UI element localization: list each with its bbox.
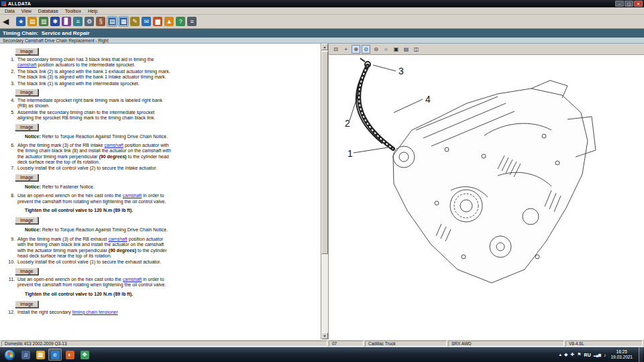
step-number: 2. bbox=[7, 69, 17, 80]
image-print-icon[interactable]: ▤ bbox=[402, 45, 411, 54]
image-button[interactable]: Image bbox=[15, 267, 38, 275]
diagram-view[interactable]: 1 2 3 4 bbox=[329, 55, 644, 339]
zoom-region-icon[interactable]: ⊡ bbox=[331, 45, 340, 54]
hidden-icons-button[interactable]: ▴ bbox=[559, 352, 562, 357]
notice: Notice: Refer to Fastener Notice. bbox=[25, 184, 171, 190]
component-icon[interactable]: ⚙ bbox=[85, 17, 94, 26]
taskbar-apps: ♫▦e◐❖ bbox=[18, 349, 92, 361]
scroll-down-button[interactable]: ▼ bbox=[321, 333, 328, 339]
scrollbar-thumb[interactable] bbox=[321, 51, 328, 254]
messenger-icon[interactable]: ❖ bbox=[78, 349, 91, 361]
menu-data[interactable]: Data bbox=[1, 8, 18, 14]
step-number: 12. bbox=[7, 310, 17, 315]
step-list: 9.Align the timing mark (3) of the RB ex… bbox=[7, 237, 321, 265]
menu-toolbox[interactable]: Toolbox bbox=[62, 8, 85, 14]
image-button[interactable]: Image bbox=[15, 300, 38, 308]
open-folder-icon[interactable]: ▤ bbox=[28, 17, 37, 26]
explorer-folder-icon[interactable]: ▦ bbox=[34, 349, 47, 361]
windows-taskbar: ♫▦e◐❖ ▴ ◆✚⚑ RU ▂▄▆ ♪ 16:25 19.03.2021 bbox=[0, 347, 644, 362]
window-titlebar[interactable]: ALLDATA – ▢ ✕ bbox=[0, 0, 644, 7]
timing-chain-tensioner-link[interactable]: timing chain tensioner bbox=[72, 310, 118, 314]
step-item: 7.Loosely install the oil control valve … bbox=[7, 166, 172, 171]
system-tray: ▴ ◆✚⚑ RU ▂▄▆ ♪ 16:25 19.03.2021 bbox=[559, 347, 643, 362]
step-list: 8.Use an open-end wrench on the hex cast… bbox=[7, 193, 321, 204]
status-code: 07 bbox=[329, 341, 364, 347]
camshaft-link[interactable]: camshaft bbox=[105, 143, 123, 147]
image-button[interactable]: Image bbox=[15, 217, 38, 224]
notice: Notice: Refer to Torque Reaction Against… bbox=[25, 227, 171, 233]
zoom-dynamic-icon[interactable]: ⊙ bbox=[362, 45, 370, 54]
show-desktop-button[interactable] bbox=[639, 347, 643, 362]
image-info-icon[interactable]: ◫ bbox=[412, 45, 421, 54]
menu-database[interactable]: Database bbox=[35, 8, 62, 14]
specs-icon[interactable]: § bbox=[96, 17, 105, 26]
main-toolbar: ◀ ★▤▥✱▊≡⚙§▤▦✎✉▆▲?≡ bbox=[0, 15, 644, 29]
step-item: 4.The intermediate sprocket right bank t… bbox=[7, 98, 172, 109]
step-item: 8.Use an open-end wrench on the hex cast… bbox=[7, 193, 172, 204]
camshaft-link[interactable]: camshaft bbox=[17, 62, 36, 67]
view-article-icon[interactable]: ▤ bbox=[107, 17, 117, 26]
bookmark-icon[interactable]: ★ bbox=[16, 17, 25, 26]
zoom-out-icon[interactable]: ⊖ bbox=[372, 45, 380, 54]
volume-icon[interactable]: ♪ bbox=[604, 353, 606, 357]
zoom-in-icon[interactable]: ⊕ bbox=[352, 45, 360, 54]
view-image-icon[interactable]: ▦ bbox=[119, 17, 128, 26]
diagram-toolbar: ⊡+⊕⊙⊖○▣▤◫ bbox=[329, 44, 644, 55]
camshaft-link[interactable]: camshaft bbox=[123, 193, 142, 198]
article-scrollbar[interactable]: ▲ ▼ bbox=[321, 44, 328, 339]
magnifier-icon[interactable]: ○ bbox=[382, 45, 390, 54]
explorer-folder-icon-glyph: ▦ bbox=[36, 351, 45, 359]
mail-icon[interactable]: ✉ bbox=[142, 17, 151, 26]
timing-chain bbox=[356, 58, 393, 149]
media-app-icon[interactable]: ♫ bbox=[19, 349, 32, 361]
language-indicator[interactable]: RU bbox=[584, 353, 591, 357]
minimize-button[interactable]: – bbox=[615, 1, 624, 7]
step-text: Align the timing mark (3) of the RB inta… bbox=[17, 143, 172, 166]
notes-icon[interactable]: ✎ bbox=[130, 17, 140, 26]
pan-icon[interactable]: + bbox=[341, 45, 350, 54]
windows-flag-icon bbox=[7, 352, 13, 357]
step-text: The secondary timing chain has 3 black l… bbox=[17, 57, 172, 68]
step-list: 4.The intermediate sprocket right bank t… bbox=[7, 98, 321, 121]
new-vehicle-icon[interactable]: ✱ bbox=[50, 17, 60, 26]
document-icon[interactable]: ▥ bbox=[39, 17, 48, 26]
help-icon[interactable]: ? bbox=[176, 17, 185, 26]
image-button[interactable]: Image bbox=[15, 174, 38, 181]
tray-app-1-icon[interactable]: ◆ bbox=[564, 352, 568, 357]
clock[interactable]: 16:25 19.03.2021 bbox=[610, 349, 633, 360]
close-button[interactable]: ✕ bbox=[634, 1, 643, 7]
action-center-icon[interactable]: ⚑ bbox=[577, 352, 581, 357]
step-item: 6.Align the timing mark (3) of the RB in… bbox=[7, 143, 172, 166]
upload-icon[interactable]: ▲ bbox=[164, 17, 174, 26]
fit-window-icon[interactable]: ▣ bbox=[392, 45, 400, 54]
menu-help[interactable]: Help bbox=[85, 8, 101, 14]
tray-icon-group: ◆✚⚑ bbox=[564, 352, 582, 357]
camshaft-link[interactable]: camshaft bbox=[108, 237, 127, 241]
camshaft-link[interactable]: camshaft bbox=[123, 277, 142, 282]
network-icon[interactable]: ▂▄▆ bbox=[594, 353, 601, 357]
step-text: Align the timing mark (3) of the RB exha… bbox=[17, 237, 172, 259]
print-icon[interactable]: ≡ bbox=[187, 17, 197, 26]
tray-app-2-icon[interactable]: ✚ bbox=[570, 352, 574, 357]
internet-explorer-icon[interactable]: e bbox=[48, 349, 62, 361]
internet-explorer-icon-glyph: e bbox=[51, 351, 60, 359]
graph-icon[interactable]: ▊ bbox=[62, 17, 71, 26]
image-button[interactable]: Image bbox=[15, 123, 38, 131]
image-button[interactable]: Image bbox=[15, 88, 38, 96]
scrollbar-track[interactable] bbox=[321, 50, 328, 333]
scroll-up-button[interactable]: ▲ bbox=[321, 44, 328, 50]
maximize-button[interactable]: ▢ bbox=[625, 1, 633, 7]
menu-view[interactable]: View bbox=[18, 8, 35, 14]
diagram-pane: ⊡+⊕⊙⊖○▣▤◫ bbox=[328, 44, 644, 339]
media-app-icon-glyph: ♫ bbox=[21, 351, 30, 359]
wiring-diagram-icon[interactable]: ≡ bbox=[73, 17, 83, 26]
firefox-browser-icon[interactable]: ◐ bbox=[63, 349, 76, 361]
image-button[interactable]: Image bbox=[15, 48, 38, 55]
step-number: 6. bbox=[7, 143, 17, 166]
highlight-icon[interactable]: ▆ bbox=[153, 17, 162, 26]
step-number: 1. bbox=[7, 57, 17, 68]
start-button[interactable] bbox=[4, 349, 15, 361]
step-number: 3. bbox=[7, 81, 17, 86]
nav-back-button[interactable]: ◀ bbox=[3, 15, 9, 29]
callout-1: 1 bbox=[347, 148, 353, 159]
